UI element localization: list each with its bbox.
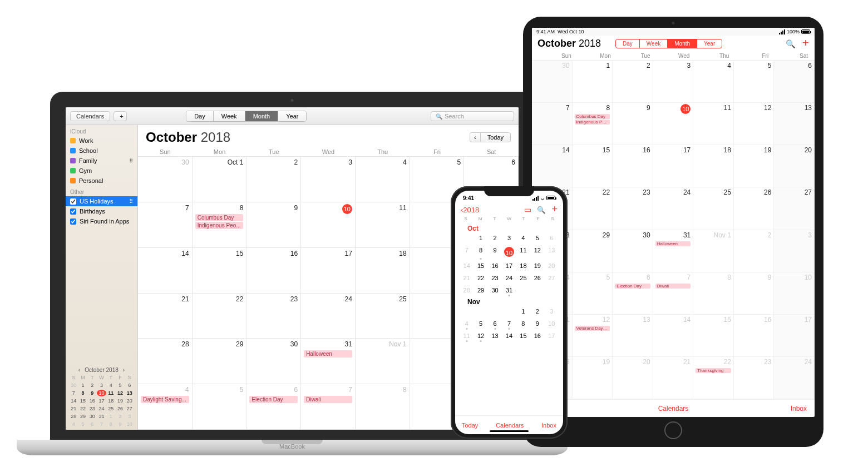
today-button[interactable]: Today: [480, 132, 511, 142]
day-cell[interactable]: 10: [545, 319, 559, 328]
event-chip[interactable]: Diwali: [655, 284, 691, 289]
day-cell[interactable]: 16: [488, 261, 502, 270]
today-button[interactable]: Today: [462, 422, 478, 429]
day-cell[interactable]: 12: [530, 246, 544, 258]
event-chip[interactable]: Columbus Day: [575, 114, 610, 119]
calendar-work[interactable]: Work: [66, 136, 137, 146]
day-cell[interactable]: 11: [516, 246, 530, 258]
day-cell[interactable]: 9: [530, 319, 544, 328]
day-cell[interactable]: 15: [516, 331, 530, 340]
day-cell[interactable]: 6: [488, 319, 502, 328]
day-cell[interactable]: 5: [530, 234, 544, 242]
event-chip[interactable]: Halloween: [304, 350, 352, 357]
day-cell[interactable]: 4Daylight Saving...: [138, 384, 193, 430]
day-cell[interactable]: 26: [734, 187, 775, 230]
day-cell[interactable]: 17: [545, 331, 559, 340]
event-chip[interactable]: Diwali: [304, 396, 352, 403]
day-cell[interactable]: 15: [474, 261, 487, 270]
event-chip[interactable]: Indigenous Peop...: [575, 120, 610, 125]
day-cell[interactable]: 27: [545, 274, 559, 282]
day-cell[interactable]: 10: [653, 103, 694, 145]
view-month[interactable]: Month: [245, 111, 279, 121]
day-cell[interactable]: [460, 307, 474, 316]
day-cell[interactable]: [545, 286, 559, 295]
day-cell[interactable]: 21: [653, 357, 694, 399]
day-cell[interactable]: 10: [774, 272, 815, 315]
view-week[interactable]: Week: [214, 111, 245, 121]
day-cell[interactable]: 22: [193, 294, 247, 339]
day-cell[interactable]: 16: [734, 315, 775, 357]
day-cell[interactable]: [460, 234, 474, 242]
day-cell[interactable]: 2: [530, 307, 544, 316]
day-cell[interactable]: 3: [774, 230, 815, 272]
day-cell[interactable]: 17: [653, 145, 694, 187]
home-indicator[interactable]: [490, 430, 529, 432]
day-cell[interactable]: 15: [693, 315, 734, 357]
day-cell[interactable]: 24: [774, 357, 815, 399]
day-cell[interactable]: 21: [460, 274, 474, 282]
view-segmented-control[interactable]: DayWeekMonthYear: [615, 39, 722, 48]
year-month-scroller[interactable]: Oct 123456789101112131415161718192021222…: [455, 222, 563, 415]
mini-month-picker[interactable]: October 2018 SMTWTFS30123456789101112131…: [66, 365, 137, 430]
day-cell[interactable]: 6: [545, 234, 559, 242]
day-cell[interactable]: 12: [474, 331, 487, 340]
day-cell[interactable]: 7Diwali: [301, 384, 356, 430]
calendar-school[interactable]: School: [66, 146, 137, 156]
day-cell[interactable]: 8: [516, 319, 530, 328]
day-cell[interactable]: 15: [193, 248, 247, 294]
day-cell[interactable]: 3: [301, 157, 356, 202]
day-cell[interactable]: [502, 307, 516, 316]
calendar-personal[interactable]: Personal: [66, 176, 137, 186]
day-cell[interactable]: 24: [301, 294, 356, 339]
event-chip[interactable]: Indigenous Peo...: [195, 222, 244, 229]
back-button[interactable]: 2018: [461, 206, 479, 214]
search-field[interactable]: Search: [431, 111, 514, 121]
day-cell[interactable]: 29: [193, 339, 247, 384]
day-cell[interactable]: 6Election Day: [613, 272, 653, 315]
day-cell[interactable]: 10: [502, 246, 516, 258]
day-cell[interactable]: 25: [516, 274, 530, 282]
calendar-family[interactable]: Family⠿: [66, 156, 137, 166]
day-cell[interactable]: 2: [613, 61, 653, 103]
day-cell[interactable]: 12Veterans Day (o...: [573, 315, 613, 357]
day-cell[interactable]: 23: [613, 187, 653, 230]
calendar-siri-found-in-apps[interactable]: Siri Found in Apps: [66, 216, 137, 226]
day-cell[interactable]: 5: [573, 272, 613, 315]
month-label-oct[interactable]: Oct: [458, 222, 560, 232]
day-cell[interactable]: 14: [138, 248, 193, 294]
add-event-button[interactable]: +: [114, 111, 127, 121]
day-cell[interactable]: 25: [693, 187, 734, 230]
add-event-button[interactable]: [802, 39, 809, 49]
calendars-button[interactable]: Calendars: [496, 422, 524, 429]
search-icon[interactable]: [786, 39, 796, 49]
day-cell[interactable]: 8Columbus DayIndigenous Peop...: [573, 103, 613, 145]
view-day[interactable]: Day: [616, 39, 640, 48]
calendar-birthdays[interactable]: Birthdays: [66, 206, 137, 216]
day-cell[interactable]: 8: [356, 384, 410, 430]
day-cell[interactable]: 31: [502, 286, 516, 295]
day-cell[interactable]: 19: [530, 261, 544, 270]
day-cell[interactable]: 13: [488, 331, 502, 340]
day-cell[interactable]: 4: [516, 234, 530, 242]
day-cell[interactable]: 29: [474, 286, 487, 295]
day-cell[interactable]: 13: [545, 246, 559, 258]
view-year[interactable]: Year: [697, 39, 722, 48]
day-cell[interactable]: 11: [356, 202, 410, 248]
day-cell[interactable]: 10: [301, 202, 356, 248]
day-cell[interactable]: [474, 307, 487, 316]
day-cell[interactable]: 13: [613, 315, 653, 357]
day-cell[interactable]: 26: [530, 274, 544, 282]
day-cell[interactable]: 8: [474, 246, 487, 258]
day-cell[interactable]: 2: [246, 157, 301, 202]
day-cell[interactable]: 17: [502, 261, 516, 270]
month-grid[interactable]: 3012345678Columbus DayIndigenous Peop...…: [532, 61, 815, 399]
day-cell[interactable]: 19: [573, 357, 613, 399]
day-cell[interactable]: 11: [693, 103, 734, 145]
month-label-nov[interactable]: Nov: [458, 296, 560, 306]
day-cell[interactable]: 24: [502, 274, 516, 282]
day-cell[interactable]: Oct 1: [193, 157, 247, 202]
day-cell[interactable]: 5: [193, 384, 247, 430]
day-cell[interactable]: 6Election Day: [246, 384, 301, 430]
search-icon[interactable]: [537, 205, 546, 214]
day-cell[interactable]: 23: [734, 357, 775, 399]
